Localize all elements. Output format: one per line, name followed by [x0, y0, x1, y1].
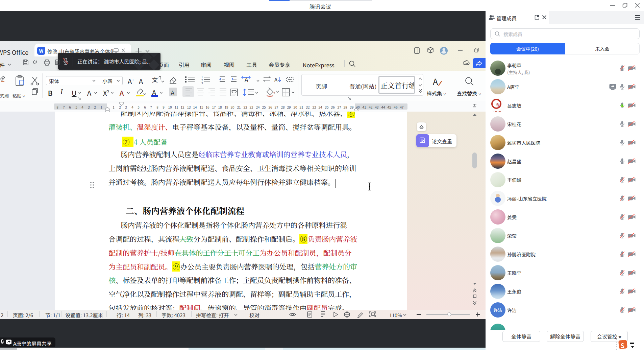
- svg-text:A: A: [245, 75, 248, 84]
- svg-text:A: A: [274, 76, 278, 83]
- svg-text:文: 文: [152, 75, 158, 84]
- svg-text:3: 3: [201, 81, 203, 85]
- svg-text:A: A: [433, 77, 438, 87]
